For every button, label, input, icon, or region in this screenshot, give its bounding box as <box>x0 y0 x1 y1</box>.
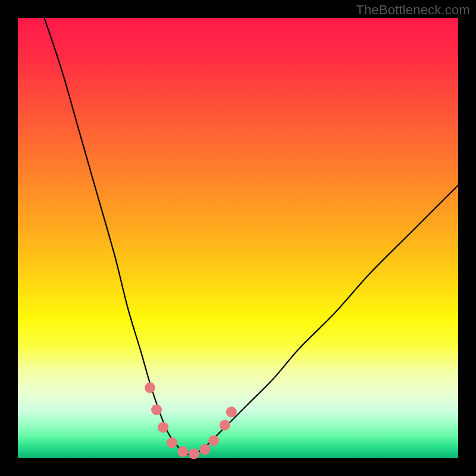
highlight-dot <box>220 420 230 431</box>
highlight-dot <box>178 446 189 457</box>
highlight-dot <box>226 406 237 417</box>
watermark-text: TheBottleneck.com <box>356 2 470 18</box>
highlight-dot <box>145 383 155 393</box>
bottleneck-curve <box>44 18 458 455</box>
highlight-dot <box>208 435 219 446</box>
highlight-dot <box>167 437 177 448</box>
highlight-dot <box>151 405 162 415</box>
highlight-dot <box>200 444 211 455</box>
plot-svg <box>18 18 458 458</box>
highlight-dot <box>158 422 168 433</box>
highlight-dot <box>189 449 199 459</box>
chart-frame: TheBottleneck.com <box>0 0 476 476</box>
highlight-dots <box>145 383 237 459</box>
plot-area <box>18 18 458 458</box>
